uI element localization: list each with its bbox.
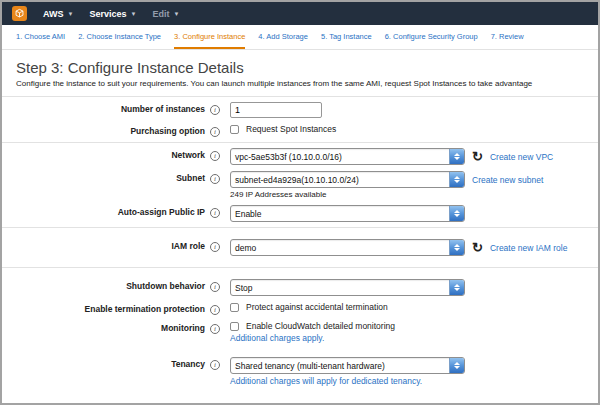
info-icon[interactable]: i: [210, 360, 220, 370]
info-icon[interactable]: i: [210, 105, 220, 115]
nav-aws-menu[interactable]: AWS ▼: [43, 9, 73, 19]
chevron-down-icon: ▼: [131, 11, 137, 17]
tab-configure-instance[interactable]: 3. Configure Instance: [174, 32, 245, 49]
divider: [2, 267, 598, 268]
purchasing-option-label: Purchasing option: [130, 127, 205, 137]
create-new-vpc-link[interactable]: Create new VPC: [490, 152, 553, 162]
auto-assign-public-ip-select[interactable]: Enable: [230, 205, 465, 222]
nav-edit-menu[interactable]: Edit ▼: [152, 9, 179, 19]
wizard-steps: 1. Choose AMI 2. Choose Instance Type 3.…: [2, 25, 598, 50]
tab-choose-ami[interactable]: 1. Choose AMI: [16, 32, 65, 49]
network-select[interactable]: vpc-5ae53b3f (10.10.0.0/16): [230, 148, 465, 165]
monitoring-checkbox-label: Enable CloudWatch detailed monitoring: [246, 321, 395, 331]
dropdown-arrow-icon: [449, 280, 464, 295]
nav-aws-label: AWS: [43, 9, 64, 19]
tab-configure-security-group[interactable]: 6. Configure Security Group: [385, 32, 478, 49]
nav-services-menu[interactable]: Services ▼: [89, 9, 136, 19]
info-icon[interactable]: i: [210, 127, 220, 137]
monitoring-additional-charges-link[interactable]: Additional charges apply.: [230, 333, 395, 343]
info-icon[interactable]: i: [210, 324, 220, 334]
row-shutdown-behavior: Shutdown behavior i Stop: [2, 276, 598, 299]
row-subnet: Subnet i subnet-ed4a929a(10.10.10.0/24) …: [2, 168, 598, 202]
subnet-select[interactable]: subnet-ed4a929a(10.10.10.0/24): [230, 171, 465, 188]
refresh-icon[interactable]: ↻: [472, 241, 483, 254]
iam-role-value: demo: [231, 240, 449, 255]
dropdown-arrow-icon: [449, 149, 464, 164]
shutdown-behavior-value: Stop: [231, 280, 449, 295]
info-icon[interactable]: i: [210, 242, 220, 252]
tab-choose-instance-type[interactable]: 2. Choose Instance Type: [78, 32, 161, 49]
tenancy-additional-charges-link[interactable]: Additional charges will apply for dedica…: [230, 376, 465, 386]
shutdown-behavior-label: Shutdown behavior: [126, 282, 205, 292]
dropdown-arrow-icon: [449, 240, 464, 255]
row-purchasing-option: Purchasing option i Request Spot Instanc…: [2, 121, 598, 140]
tab-add-storage[interactable]: 4. Add Storage: [258, 32, 308, 49]
top-navbar: AWS ▼ Services ▼ Edit ▼: [2, 2, 598, 25]
termination-protection-label: Enable termination protection: [85, 305, 205, 315]
shutdown-behavior-select[interactable]: Stop: [230, 279, 465, 296]
tab-tag-instance[interactable]: 5. Tag Instance: [321, 32, 372, 49]
termination-protection-checkbox[interactable]: [230, 303, 239, 312]
nav-edit-label: Edit: [152, 9, 169, 19]
dropdown-arrow-icon: [449, 206, 464, 221]
network-select-value: vpc-5ae53b3f (10.10.0.0/16): [231, 149, 449, 164]
divider: [2, 96, 598, 97]
iam-role-label: IAM role: [171, 242, 205, 252]
monitoring-checkbox[interactable]: [230, 322, 239, 331]
row-number-of-instances: Number of instances i: [2, 99, 598, 121]
info-icon[interactable]: i: [210, 305, 220, 315]
divider: [2, 142, 598, 143]
subnet-label: Subnet: [176, 174, 205, 184]
termination-protection-checkbox-label: Protect against accidental termination: [246, 302, 388, 312]
info-icon[interactable]: i: [210, 151, 220, 161]
info-icon[interactable]: i: [210, 282, 220, 292]
request-spot-instances-checkbox[interactable]: [230, 125, 239, 134]
monitoring-label: Monitoring: [161, 324, 205, 334]
row-network: Network i vpc-5ae53b3f (10.10.0.0/16) ↻ …: [2, 145, 598, 168]
row-monitoring: Monitoring i Enable CloudWatch detailed …: [2, 318, 598, 346]
number-of-instances-input[interactable]: [230, 102, 322, 118]
row-termination-protection: Enable termination protection i Protect …: [2, 299, 598, 318]
dropdown-arrow-icon: [449, 358, 464, 373]
tab-review[interactable]: 7. Review: [491, 32, 524, 49]
tenancy-select[interactable]: Shared tenancy (multi-tenant hardware): [230, 357, 465, 374]
refresh-icon[interactable]: ↻: [472, 150, 483, 163]
auto-assign-public-ip-label: Auto-assign Public IP: [118, 208, 205, 218]
create-new-subnet-link[interactable]: Create new subnet: [472, 175, 543, 185]
tenancy-value: Shared tenancy (multi-tenant hardware): [231, 358, 449, 373]
chevron-down-icon: ▼: [173, 11, 179, 17]
dropdown-arrow-icon: [449, 172, 464, 187]
row-tenancy: Tenancy i Shared tenancy (multi-tenant h…: [2, 354, 598, 389]
chevron-down-icon: ▼: [68, 11, 74, 17]
divider: [2, 227, 598, 228]
iam-role-select[interactable]: demo: [230, 239, 465, 256]
subnet-select-value: subnet-ed4a929a(10.10.10.0/24): [231, 172, 449, 187]
aws-logo-icon[interactable]: [12, 6, 27, 21]
configure-instance-form: Number of instances i Purchasing option …: [2, 96, 598, 389]
page-subtitle: Configure the instance to suit your requ…: [2, 79, 598, 94]
row-auto-assign-public-ip: Auto-assign Public IP i Enable: [2, 202, 598, 225]
info-icon[interactable]: i: [210, 174, 220, 184]
row-iam-role: IAM role i demo ↻ Create new IAM role: [2, 236, 598, 259]
create-new-iam-role-link[interactable]: Create new IAM role: [490, 243, 567, 253]
network-label: Network: [171, 151, 205, 161]
nav-services-label: Services: [89, 9, 126, 19]
tenancy-label: Tenancy: [171, 360, 205, 370]
auto-assign-public-ip-value: Enable: [231, 206, 449, 221]
info-icon[interactable]: i: [210, 208, 220, 218]
request-spot-instances-label: Request Spot Instances: [246, 124, 336, 134]
number-of-instances-label: Number of instances: [121, 105, 205, 115]
ip-addresses-available-note: 249 IP Addresses available: [230, 190, 543, 199]
page-title: Step 3: Configure Instance Details: [2, 50, 598, 79]
